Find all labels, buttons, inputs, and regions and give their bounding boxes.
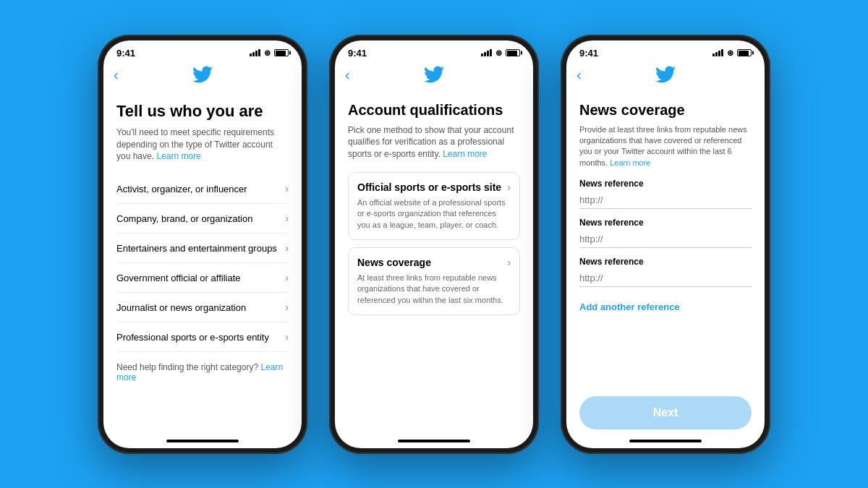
chevron-qual-1: › (507, 181, 511, 193)
screen-1-subtitle: You'll need to meet specific requirement… (116, 127, 289, 163)
chevron-icon-1: › (285, 183, 289, 194)
phone-3: 9:41 ⊛ ‹ News cove (561, 35, 770, 454)
back-button-3[interactable]: ‹ (576, 67, 582, 82)
qual-header-news: News coverage › (357, 257, 511, 268)
phone-3-screen: 9:41 ⊛ ‹ News cove (566, 40, 765, 448)
phone-1-body: 9:41 ⊛ ‹ Tell us who you are (98, 35, 307, 454)
battery-icon-2 (506, 49, 520, 56)
menu-item-entertainers[interactable]: Entertainers and entertainment groups › (116, 234, 289, 263)
phone-2: 9:41 ⊛ ‹ Account qualificatio (329, 35, 539, 454)
nav-bar-2: ‹ (335, 61, 533, 90)
wifi-icon-2: ⊛ (495, 48, 502, 58)
field-group-2: News reference (579, 218, 752, 248)
twitter-logo-2 (424, 64, 444, 85)
battery-icon-1 (274, 49, 289, 56)
menu-item-journalist[interactable]: Journalist or news organization › (116, 293, 289, 322)
news-reference-input-1[interactable] (579, 192, 752, 209)
field-label-1: News reference (579, 179, 752, 189)
screen-3-subtitle: Provide at least three links from reputa… (579, 124, 752, 169)
home-indicator-1 (166, 440, 239, 442)
twitter-logo-3 (655, 64, 676, 85)
signal-icon-2 (481, 49, 492, 56)
field-label-2: News reference (579, 218, 752, 228)
wifi-icon-3: ⊛ (727, 48, 733, 58)
chevron-icon-6: › (285, 331, 289, 343)
status-bar-1: 9:41 ⊛ (103, 40, 302, 61)
phone-1-screen: 9:41 ⊛ ‹ Tell us who you are (103, 40, 302, 448)
nav-bar-3: ‹ (566, 61, 765, 90)
field-group-1: News reference (579, 179, 752, 209)
chevron-icon-5: › (285, 301, 289, 313)
screen-3-inner: News coverage Provide at least three lin… (579, 102, 752, 429)
status-bar-3: 9:41 ⊛ (566, 40, 765, 61)
screen-2-title: Account qualifications (348, 102, 520, 119)
screen-1-content: Tell us who you are You'll need to meet … (103, 90, 302, 435)
qual-card-news[interactable]: News coverage › At least three links fro… (348, 247, 520, 315)
status-time-1: 9:41 (116, 48, 135, 59)
status-icons-1: ⊛ (250, 48, 289, 58)
chevron-icon-3: › (285, 242, 289, 254)
status-icons-3: ⊛ (712, 48, 752, 58)
menu-item-company[interactable]: Company, brand, or organization › (116, 204, 289, 234)
qual-header-sports: Official sports or e-sports site › (357, 181, 511, 193)
phone-2-body: 9:41 ⊛ ‹ Account qualificatio (329, 35, 539, 454)
wifi-icon-1: ⊛ (264, 48, 271, 58)
chevron-icon-4: › (285, 272, 289, 283)
status-time-3: 9:41 (579, 48, 598, 59)
phone-1: 9:41 ⊛ ‹ Tell us who you are (98, 35, 307, 454)
next-button[interactable]: Next (579, 396, 752, 429)
field-label-3: News reference (579, 257, 752, 267)
home-indicator-3 (629, 440, 702, 442)
signal-icon-3 (712, 49, 723, 56)
qual-card-sports[interactable]: Official sports or e-sports site › An of… (348, 172, 520, 240)
menu-item-activist[interactable]: Activist, organizer, or influencer › (116, 174, 289, 204)
learn-more-link-3[interactable]: Learn more (610, 158, 650, 167)
news-reference-input-3[interactable] (579, 270, 752, 287)
screen-2-content: Account qualifications Pick one method t… (335, 90, 533, 435)
menu-item-sports[interactable]: Professional sports or e-sports entity › (116, 322, 289, 352)
back-button-2[interactable]: ‹ (345, 67, 350, 82)
field-group-3: News reference (579, 257, 752, 287)
phone-3-body: 9:41 ⊛ ‹ News cove (561, 35, 770, 454)
learn-more-link-1[interactable]: Learn more (156, 151, 200, 161)
screen-1-title: Tell us who you are (116, 102, 289, 121)
nav-bar-1: ‹ (103, 61, 302, 90)
news-reference-input-2[interactable] (579, 231, 752, 248)
status-icons-2: ⊛ (481, 48, 520, 58)
home-indicator-2 (398, 440, 470, 442)
learn-more-link-2[interactable]: Learn more (443, 149, 487, 159)
chevron-icon-2: › (285, 213, 289, 224)
screen-2-subtitle: Pick one method to show that your accoun… (348, 124, 520, 160)
add-reference-link[interactable]: Add another reference (579, 301, 752, 312)
phone-2-screen: 9:41 ⊛ ‹ Account qualificatio (335, 40, 533, 448)
chevron-qual-2: › (507, 257, 511, 268)
menu-item-government[interactable]: Government official or affiliate › (116, 263, 289, 293)
back-button-1[interactable]: ‹ (114, 67, 119, 82)
signal-icon-1 (250, 49, 260, 56)
screen-3-content: News coverage Provide at least three lin… (566, 90, 765, 435)
screen-3-title: News coverage (579, 102, 752, 119)
help-text-1: Need help finding the right category? Le… (116, 362, 289, 382)
twitter-logo-1 (192, 64, 213, 85)
battery-icon-3 (737, 49, 752, 56)
status-bar-2: 9:41 ⊛ (335, 40, 533, 61)
status-time-2: 9:41 (348, 48, 367, 59)
